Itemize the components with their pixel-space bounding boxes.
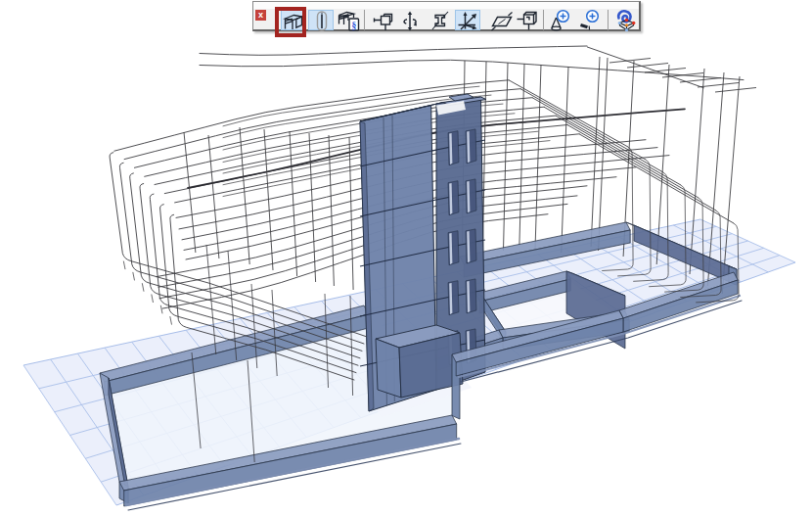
svg-text:§: § xyxy=(351,21,356,30)
